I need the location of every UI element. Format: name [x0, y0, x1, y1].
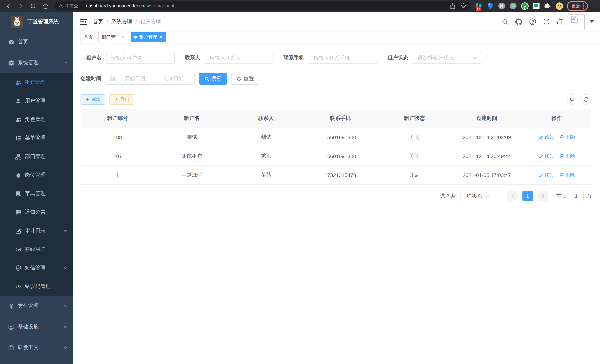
table-cell: 15601691300: [303, 147, 377, 166]
tenant-name-input[interactable]: [106, 52, 175, 64]
col-actions: 操作: [522, 109, 591, 128]
sidebar-item-tenant[interactable]: 租户管理: [0, 73, 73, 92]
download-icon: [114, 97, 119, 102]
create-time-range-picker[interactable]: 开始日期 - 结束日期: [106, 73, 195, 84]
status-select[interactable]: 请选择租户状态: [412, 52, 481, 64]
sidebar-item-pay[interactable]: 支付管理: [0, 296, 73, 317]
chevron-down-icon: [64, 229, 68, 233]
edit-link[interactable]: 修改: [539, 172, 554, 178]
sidebar-item-sms[interactable]: 短信管理: [0, 259, 73, 277]
breadcrumb-home[interactable]: 首页: [93, 18, 103, 25]
browser-reload-icon[interactable]: [28, 1, 38, 11]
post-badge-icon: [15, 172, 21, 178]
extension-blue-pin-icon[interactable]: [486, 2, 494, 10]
sidebar-item-user[interactable]: 用户管理: [0, 92, 73, 110]
sidebar-item-dev-tools[interactable]: 研发工具: [0, 337, 73, 358]
page-size-select[interactable]: 10条/页: [460, 191, 495, 201]
reset-button[interactable]: 重置: [231, 73, 259, 84]
sidebar-item-role[interactable]: 角色管理: [0, 110, 73, 129]
share-icon[interactable]: [450, 3, 455, 9]
sidebar-item-error-code[interactable]: 错误码管理: [0, 277, 73, 296]
add-button[interactable]: 新增: [81, 94, 105, 105]
extension-dot-icon[interactable]: [509, 2, 517, 10]
table-cell: 关闭: [377, 128, 451, 147]
browser-update-button[interactable]: 更新: [567, 1, 588, 11]
sidebar-item-label: 短信管理: [25, 265, 46, 271]
extension-command-icon[interactable]: ⌘: [497, 2, 506, 10]
mobile-input[interactable]: [309, 52, 377, 64]
export-button[interactable]: 导出: [110, 94, 134, 105]
github-icon[interactable]: [515, 18, 523, 25]
sidebar-item-dict[interactable]: 字典管理: [0, 184, 73, 203]
sidebar-collapse-icon[interactable]: [80, 18, 87, 25]
sidebar-item-post[interactable]: 岗位管理: [0, 166, 73, 184]
tab-close-icon[interactable]: ✕: [159, 35, 162, 39]
font-size-icon[interactable]: [556, 18, 564, 25]
url-divider: [82, 3, 82, 9]
sidebar-logo-row[interactable]: 芋道管理系统: [0, 12, 73, 32]
next-page-button[interactable]: [538, 191, 548, 201]
tab-close-icon[interactable]: ✕: [122, 35, 125, 39]
browser-home-icon[interactable]: [40, 1, 50, 11]
prev-page-button[interactable]: [507, 191, 518, 201]
edit-link[interactable]: 修改: [539, 134, 554, 141]
refresh-table-button[interactable]: [581, 94, 591, 105]
goto-page-input[interactable]: [569, 191, 584, 201]
tenant-table: 租户编号 租户名 联系人 联系手机 租户状态 创建时间 操作 108测试测试15…: [81, 109, 591, 185]
add-button-label: 新增: [92, 96, 101, 103]
puzzle-extensions-icon[interactable]: [544, 2, 552, 10]
user-avatar[interactable]: [570, 14, 585, 29]
delete-link[interactable]: 删除: [559, 134, 575, 141]
sidebar-item-menu[interactable]: 菜单管理: [0, 129, 73, 147]
plus-icon: [85, 97, 90, 102]
sidebar-item-home[interactable]: 首页: [0, 32, 73, 52]
tab-tenant[interactable]: 租户管理 ✕: [131, 32, 166, 42]
sidebar-item-dept[interactable]: 部门管理: [0, 147, 73, 166]
breadcrumb-current: 租户管理: [140, 18, 161, 25]
toggle-search-button[interactable]: [567, 94, 577, 105]
table-cell: 测试租户: [155, 147, 229, 166]
extension-yudao-icon[interactable]: y: [521, 2, 529, 10]
fullscreen-icon[interactable]: [543, 18, 550, 25]
search-button[interactable]: 搜索: [199, 73, 227, 84]
help-icon[interactable]: [529, 18, 536, 25]
header-search-icon[interactable]: [501, 18, 509, 25]
table-cell: 2021-12-14 21:02:09: [451, 128, 522, 147]
browser-forward-icon[interactable]: [16, 1, 26, 11]
edit-link[interactable]: 修改: [539, 153, 554, 159]
col-tenant-name: 租户名: [155, 109, 229, 128]
bookmark-star-icon[interactable]: [460, 3, 466, 9]
date-separator: -: [154, 76, 155, 82]
edit-link-label: 修改: [544, 153, 554, 159]
page-1-button[interactable]: 1: [523, 191, 533, 201]
sidebar-item-label: 部门管理: [25, 153, 46, 160]
profile-avatar-icon[interactable]: [555, 2, 563, 10]
sidebar-item-audit-log[interactable]: 审计日志: [0, 222, 73, 240]
avatar-caret-icon[interactable]: [590, 20, 594, 23]
row-actions: 修改删除: [522, 128, 591, 147]
extension-squares-diamond-icon[interactable]: 10: [475, 2, 483, 10]
delete-link[interactable]: 删除: [559, 172, 575, 178]
reset-button-label: 重置: [244, 75, 254, 82]
browser-back-icon[interactable]: [4, 1, 13, 11]
security-chip[interactable]: 不安全: [58, 3, 78, 9]
tab-home[interactable]: 首页: [81, 32, 96, 42]
contact-input[interactable]: [205, 52, 273, 64]
sidebar-item-online-user[interactable]: 在线用户: [0, 240, 73, 259]
tab-dept[interactable]: 部门管理 ✕: [98, 32, 128, 42]
delete-link[interactable]: 删除: [559, 153, 575, 159]
sidebar-item-infra[interactable]: 基础设施: [0, 317, 73, 337]
sidebar-item-notice[interactable]: 通知公告: [0, 203, 73, 222]
delete-link-label: 删除: [565, 153, 575, 159]
edit-icon: [539, 135, 544, 140]
table-cell: 2021-01-05 17:03:47: [451, 166, 522, 185]
sidebar-item-system[interactable]: 系统管理: [0, 52, 73, 73]
delete-link-label: 删除: [565, 172, 575, 178]
breadcrumb-system[interactable]: 系统管理: [111, 18, 132, 25]
extension-chat-icon[interactable]: [532, 2, 540, 10]
url-bar[interactable]: 不安全 dashboard.yudao.iocoder.cn/system/te…: [55, 1, 470, 10]
sidebar-item-label: 支付管理: [18, 303, 38, 309]
page-content: 租户名 联系人 联系手机 租户状态 请选择租户状态 创建时间: [73, 43, 600, 201]
extension-badge: 10: [476, 7, 481, 11]
dashboard-icon: [8, 39, 14, 45]
